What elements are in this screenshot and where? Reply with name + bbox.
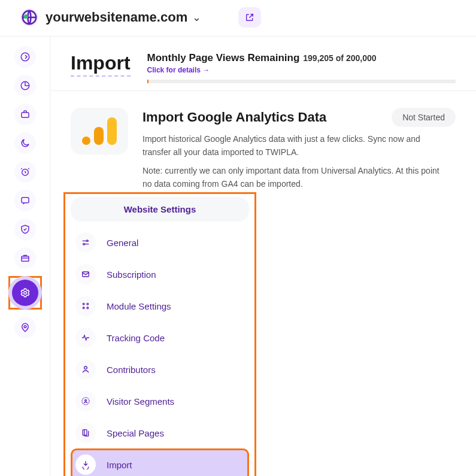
- website-settings-popover: Website Settings General Subscription Mo…: [63, 192, 256, 476]
- left-nav: [0, 37, 50, 476]
- svg-rect-6: [22, 256, 29, 261]
- google-analytics-logo: [71, 108, 128, 154]
- menu-label: Module Settings: [107, 301, 171, 311]
- svg-point-14: [83, 307, 84, 309]
- menu-item-import[interactable]: Import: [72, 450, 248, 476]
- svg-point-15: [87, 307, 89, 309]
- nav-moon[interactable]: [14, 132, 36, 154]
- card-description: Import historical Google Analytics data …: [143, 133, 442, 159]
- grid-icon: [75, 296, 96, 316]
- chevron-down-icon: ⌄: [192, 11, 201, 24]
- menu-item-module-settings[interactable]: Module Settings: [72, 291, 248, 321]
- nav-chat[interactable]: [14, 190, 36, 211]
- nav-overview[interactable]: [14, 46, 36, 68]
- svg-point-12: [83, 303, 84, 305]
- nav-toolbox[interactable]: [14, 247, 36, 269]
- card-title: Import Google Analytics Data: [143, 110, 326, 125]
- page-title: Import: [71, 52, 131, 77]
- quota-progress-bar: [147, 80, 456, 83]
- menu-label: Tracking Code: [107, 333, 165, 343]
- pages-icon: [75, 423, 96, 443]
- menu-label: General: [107, 238, 138, 248]
- popover-title: Website Settings: [71, 197, 249, 222]
- sliders-icon: [75, 232, 96, 253]
- svg-point-16: [84, 366, 87, 369]
- svg-point-10: [83, 243, 85, 245]
- quota-block: Monthly Page Views Remaining 199,205 of …: [147, 52, 456, 83]
- menu-label: Subscription: [107, 269, 156, 280]
- nav-briefcase[interactable]: [14, 104, 36, 125]
- nav-shield[interactable]: [14, 219, 36, 240]
- site-name: yourwebsitename.com: [46, 10, 187, 25]
- menu-item-general[interactable]: General: [72, 228, 248, 257]
- download-icon: [75, 454, 96, 475]
- svg-rect-3: [22, 113, 29, 117]
- menu-label: Import: [107, 460, 132, 470]
- svg-point-1: [21, 53, 29, 61]
- nav-alarm[interactable]: [14, 161, 36, 183]
- quota-details-link[interactable]: Click for details →: [147, 66, 210, 74]
- main-header: Import Monthly Page Views Remaining 199,…: [50, 37, 476, 91]
- quota-value: 199,205 of 200,000: [303, 53, 376, 63]
- svg-point-18: [85, 399, 87, 401]
- main-content: Import Monthly Page Views Remaining 199,…: [50, 37, 476, 476]
- menu-item-special-pages[interactable]: Special Pages: [72, 418, 248, 448]
- mail-icon: [75, 264, 96, 284]
- status-badge: Not Started: [392, 108, 456, 127]
- menu-item-visitor-segments[interactable]: Visitor Segments: [72, 386, 248, 416]
- svg-point-13: [87, 303, 89, 305]
- site-selector[interactable]: yourwebsitename.com ⌄: [18, 6, 205, 29]
- menu-label: Contributors: [107, 365, 156, 375]
- quota-label: Monthly Page Views Remaining: [147, 52, 300, 64]
- open-external-button[interactable]: [238, 7, 261, 28]
- menu-item-subscription[interactable]: Subscription: [72, 259, 248, 289]
- person-icon: [75, 359, 96, 380]
- svg-point-7: [23, 292, 26, 295]
- nav-settings[interactable]: [12, 280, 38, 306]
- menu-item-tracking-code[interactable]: Tracking Code: [72, 323, 248, 353]
- target-person-icon: [75, 391, 96, 411]
- menu-label: Visitor Segments: [107, 396, 174, 407]
- nav-location[interactable]: [14, 317, 36, 338]
- nav-settings-highlight: [8, 276, 42, 310]
- card-note: Note: currently we can only important da…: [143, 165, 448, 190]
- svg-point-9: [86, 240, 88, 242]
- nav-pie[interactable]: [14, 75, 36, 96]
- topbar: yourwebsitename.com ⌄: [0, 0, 476, 37]
- pulse-icon: [75, 328, 96, 348]
- menu-item-contributors[interactable]: Contributors: [72, 354, 248, 384]
- menu-label: Special Pages: [107, 428, 164, 438]
- globe-icon: [20, 8, 38, 26]
- svg-point-8: [24, 326, 26, 328]
